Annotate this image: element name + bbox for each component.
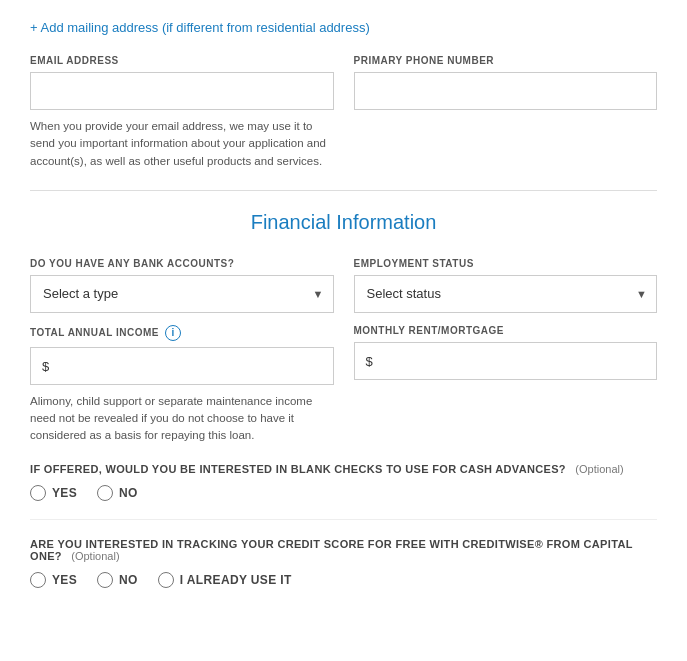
add-mailing-link[interactable]: + Add mailing address (if different from… bbox=[30, 20, 370, 35]
email-input[interactable] bbox=[30, 72, 334, 110]
bank-accounts-group: DO YOU HAVE ANY BANK ACCOUNTS? Select a … bbox=[30, 258, 334, 313]
phone-group: PRIMARY PHONE NUMBER bbox=[354, 55, 658, 170]
creditwise-yes-radio[interactable] bbox=[30, 572, 46, 588]
employment-status-select[interactable]: Select status Employed Full-Time Employe… bbox=[354, 275, 658, 313]
blank-checks-section: IF OFFERED, WOULD YOU BE INTERESTED IN B… bbox=[30, 463, 657, 501]
email-label: EMAIL ADDRESS bbox=[30, 55, 334, 66]
annual-income-info-icon[interactable]: i bbox=[165, 325, 181, 341]
phone-label: PRIMARY PHONE NUMBER bbox=[354, 55, 658, 66]
creditwise-question-text: ARE YOU INTERESTED IN TRACKING YOUR CRED… bbox=[30, 538, 633, 562]
creditwise-question-label: ARE YOU INTERESTED IN TRACKING YOUR CRED… bbox=[30, 538, 657, 562]
section-divider bbox=[30, 190, 657, 191]
monthly-rent-input[interactable] bbox=[354, 342, 658, 380]
creditwise-yes-text: YES bbox=[52, 573, 77, 587]
employment-status-select-wrapper: Select status Employed Full-Time Employe… bbox=[354, 275, 658, 313]
creditwise-optional-tag: (Optional) bbox=[71, 550, 119, 562]
creditwise-already-text: I ALREADY USE IT bbox=[180, 573, 292, 587]
annual-income-label-row: TOTAL ANNUAL INCOME i bbox=[30, 325, 334, 341]
creditwise-no-text: NO bbox=[119, 573, 138, 587]
blank-checks-question-label: IF OFFERED, WOULD YOU BE INTERESTED IN B… bbox=[30, 463, 657, 475]
creditwise-no-label[interactable]: NO bbox=[97, 572, 138, 588]
income-rent-row: TOTAL ANNUAL INCOME i $ Alimony, child s… bbox=[30, 325, 657, 445]
blank-checks-no-text: NO bbox=[119, 486, 138, 500]
blank-checks-yes-text: YES bbox=[52, 486, 77, 500]
monthly-rent-group: MONTHLY RENT/MORTGAGE $ bbox=[354, 325, 658, 445]
phone-input[interactable] bbox=[354, 72, 658, 110]
creditwise-section: ARE YOU INTERESTED IN TRACKING YOUR CRED… bbox=[30, 538, 657, 588]
creditwise-already-radio[interactable] bbox=[158, 572, 174, 588]
question-divider bbox=[30, 519, 657, 520]
bank-accounts-select[interactable]: Select a type Yes - Checking Yes - Savin… bbox=[30, 275, 334, 313]
contact-info-row: EMAIL ADDRESS When you provide your emai… bbox=[30, 55, 657, 170]
blank-checks-radio-group: YES NO bbox=[30, 485, 657, 501]
annual-income-label: TOTAL ANNUAL INCOME bbox=[30, 327, 159, 338]
blank-checks-question-text: IF OFFERED, WOULD YOU BE INTERESTED IN B… bbox=[30, 463, 566, 475]
annual-income-dollar-sign: $ bbox=[42, 358, 49, 373]
financial-section-title: Financial Information bbox=[30, 211, 657, 234]
alimony-helper-text: Alimony, child support or separate maint… bbox=[30, 393, 334, 445]
annual-income-input[interactable] bbox=[30, 347, 334, 385]
creditwise-yes-label[interactable]: YES bbox=[30, 572, 77, 588]
annual-income-group: TOTAL ANNUAL INCOME i $ Alimony, child s… bbox=[30, 325, 334, 445]
annual-income-input-wrapper: $ bbox=[30, 347, 334, 385]
creditwise-no-radio[interactable] bbox=[97, 572, 113, 588]
blank-checks-no-label[interactable]: NO bbox=[97, 485, 138, 501]
blank-checks-no-radio[interactable] bbox=[97, 485, 113, 501]
bank-employment-row: DO YOU HAVE ANY BANK ACCOUNTS? Select a … bbox=[30, 258, 657, 313]
monthly-rent-dollar-sign: $ bbox=[366, 353, 373, 368]
email-helper-text: When you provide your email address, we … bbox=[30, 118, 334, 170]
bank-accounts-label: DO YOU HAVE ANY BANK ACCOUNTS? bbox=[30, 258, 334, 269]
monthly-rent-input-wrapper: $ bbox=[354, 342, 658, 380]
creditwise-radio-group: YES NO I ALREADY USE IT bbox=[30, 572, 657, 588]
blank-checks-yes-label[interactable]: YES bbox=[30, 485, 77, 501]
monthly-rent-label: MONTHLY RENT/MORTGAGE bbox=[354, 325, 658, 336]
email-group: EMAIL ADDRESS When you provide your emai… bbox=[30, 55, 334, 170]
employment-status-label: EMPLOYMENT STATUS bbox=[354, 258, 658, 269]
blank-checks-optional-tag: (Optional) bbox=[575, 463, 623, 475]
blank-checks-yes-radio[interactable] bbox=[30, 485, 46, 501]
bank-accounts-select-wrapper: Select a type Yes - Checking Yes - Savin… bbox=[30, 275, 334, 313]
creditwise-already-label[interactable]: I ALREADY USE IT bbox=[158, 572, 292, 588]
employment-status-group: EMPLOYMENT STATUS Select status Employed… bbox=[354, 258, 658, 313]
